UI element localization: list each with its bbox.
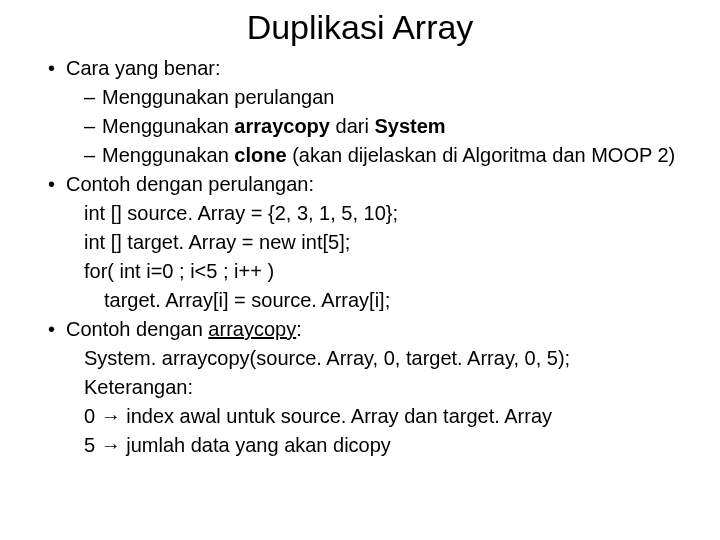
code-line: System. arraycopy(source. Array, 0, targ…	[84, 345, 700, 372]
note-line: 5 → jumlah data yang akan dicopy	[84, 432, 700, 459]
bold-clone: clone	[234, 144, 292, 166]
text: Menggunakan	[102, 144, 234, 166]
code-line: for( int i=0 ; i<5 ; i++ )	[84, 258, 700, 285]
arrow-icon: →	[101, 434, 121, 456]
sub-perulangan: Menggunakan perulangan	[84, 84, 700, 111]
code-line: int [] target. Array = new int[5];	[84, 229, 700, 256]
text: dari	[330, 115, 374, 137]
sub-clone: Menggunakan clone (akan dijelaskan di Al…	[84, 142, 700, 169]
code-block-loop: int [] source. Array = {2, 3, 1, 5, 10};…	[66, 200, 700, 314]
slide: Duplikasi Array Cara yang benar: Menggun…	[0, 0, 720, 540]
text: 0	[84, 405, 101, 427]
text: index awal untuk source. Array dan targe…	[121, 405, 552, 427]
bullet-contoh-perulangan: Contoh dengan perulangan: int [] source.…	[48, 171, 700, 314]
bullet-text: Contoh dengan perulangan:	[66, 173, 314, 195]
text: Contoh dengan	[66, 318, 208, 340]
bold-arraycopy: arraycopy	[234, 115, 330, 137]
code-line: target. Array[i] = source. Array[i];	[84, 287, 700, 314]
bullet-contoh-arraycopy: Contoh dengan arraycopy: System. arrayco…	[48, 316, 700, 459]
text: 5	[84, 434, 101, 456]
sub-list: Menggunakan perulangan Menggunakan array…	[66, 84, 700, 169]
arrow-icon: →	[101, 405, 121, 427]
bullet-list: Cara yang benar: Menggunakan perulangan …	[20, 55, 700, 459]
text: jumlah data yang akan dicopy	[121, 434, 391, 456]
note-line: 0 → index awal untuk source. Array dan t…	[84, 403, 700, 430]
slide-title: Duplikasi Array	[20, 8, 700, 47]
code-block-arraycopy: System. arraycopy(source. Array, 0, targ…	[66, 345, 700, 459]
text: :	[296, 318, 302, 340]
bullet-text: Cara yang benar:	[66, 57, 221, 79]
text: Menggunakan	[102, 115, 234, 137]
label-keterangan: Keterangan:	[84, 374, 700, 401]
sub-arraycopy: Menggunakan arraycopy dari System	[84, 113, 700, 140]
text: (akan dijelaskan di Algoritma dan MOOP 2…	[292, 144, 675, 166]
code-line: int [] source. Array = {2, 3, 1, 5, 10};	[84, 200, 700, 227]
underline-arraycopy: arraycopy	[208, 318, 296, 340]
bullet-cara-benar: Cara yang benar: Menggunakan perulangan …	[48, 55, 700, 169]
bold-system: System	[374, 115, 445, 137]
